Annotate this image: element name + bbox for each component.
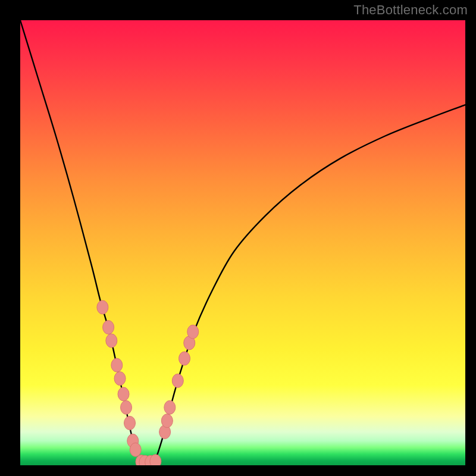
data-marker <box>150 455 161 465</box>
data-marker <box>111 358 123 372</box>
data-marker <box>179 352 190 365</box>
chart-svg <box>20 20 465 465</box>
data-marker <box>103 321 114 334</box>
data-marker <box>114 372 126 386</box>
data-marker <box>161 414 173 428</box>
chart-frame: TheBottleneck.com <box>0 0 476 476</box>
right-curve <box>154 105 465 463</box>
data-marker <box>187 325 199 339</box>
data-marker <box>121 400 132 414</box>
data-marker <box>118 387 129 401</box>
data-markers <box>97 300 199 465</box>
data-marker <box>124 416 136 430</box>
data-marker <box>130 443 141 456</box>
watermark-text: TheBottleneck.com <box>353 2 468 18</box>
data-marker <box>172 374 183 387</box>
data-marker <box>106 334 117 347</box>
data-marker <box>97 300 108 314</box>
plot-area <box>20 20 465 465</box>
data-marker <box>164 400 176 414</box>
